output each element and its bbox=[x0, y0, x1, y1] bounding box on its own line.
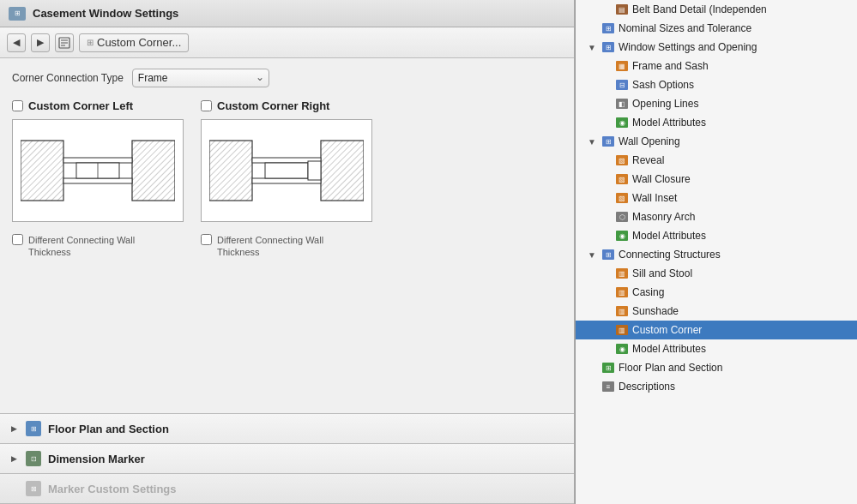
tree-item-floor-plan-section[interactable]: ⊞ Floor Plan and Section bbox=[576, 358, 857, 377]
tree-icon-wall-opening: ⊞ bbox=[601, 135, 615, 148]
right-panel: ▤ Belt Band Detail (Independen ⊞ Nominal… bbox=[575, 0, 857, 504]
right-corner-checkbox-row: Custom Corner Right bbox=[201, 99, 329, 112]
tree-toggle-wall-opening: ▼ bbox=[586, 137, 598, 147]
tree-label-casing: Casing bbox=[632, 286, 664, 298]
svg-text:▥: ▥ bbox=[619, 308, 625, 315]
tree-label-connecting-structures: Connecting Structures bbox=[619, 249, 721, 261]
tree-icon-casing: ▥ bbox=[615, 285, 629, 299]
floor-plan-toggle: ▶ bbox=[9, 423, 19, 434]
tree-icon-descriptions: ≡ bbox=[601, 380, 615, 393]
tree-label-masonry-arch: Masonry Arch bbox=[632, 211, 695, 223]
right-diff-thickness-row: Different Connecting Wall Thickness bbox=[201, 234, 363, 259]
right-corner-diagram bbox=[201, 119, 372, 222]
tree-icon-window-settings: ⊞ bbox=[601, 40, 615, 54]
svg-text:▥: ▥ bbox=[619, 289, 625, 297]
svg-text:▥: ▥ bbox=[619, 327, 625, 334]
right-corner-option: Custom Corner Right bbox=[201, 99, 372, 259]
svg-text:⊞: ⊞ bbox=[606, 364, 612, 372]
tree-item-reveal[interactable]: ▧ Reveal bbox=[576, 151, 857, 170]
tree-item-casing[interactable]: ▥ Casing bbox=[576, 283, 857, 302]
tree-label-sill-and-stool: Sill and Stool bbox=[632, 267, 692, 279]
svg-text:⊟: ⊟ bbox=[619, 81, 625, 89]
tree-label-nominal-sizes: Nominal Sizes and Tolerance bbox=[619, 22, 751, 34]
tree-item-connecting-structures[interactable]: ▼ ⊞ Connecting Structures bbox=[576, 245, 857, 264]
corner-connection-dropdown-wrapper: Frame Other bbox=[132, 69, 269, 87]
tree-icon-sunshade: ▥ bbox=[615, 304, 629, 318]
tree-toggle-window-settings: ▼ bbox=[586, 43, 598, 52]
svg-text:⊞: ⊞ bbox=[606, 138, 612, 146]
tree-icon-floor-plan-section: ⊞ bbox=[601, 361, 615, 375]
svg-text:⬡: ⬡ bbox=[619, 213, 625, 221]
right-corner-checkbox[interactable] bbox=[201, 100, 212, 111]
svg-text:▧: ▧ bbox=[619, 157, 625, 165]
tree-item-descriptions[interactable]: ≡ Descriptions bbox=[576, 377, 857, 396]
svg-text:▦: ▦ bbox=[619, 63, 625, 70]
right-corner-label: Custom Corner Right bbox=[217, 99, 329, 112]
tree-item-wall-closure[interactable]: ▧ Wall Closure bbox=[576, 170, 857, 189]
dimension-toggle: ▶ bbox=[9, 453, 19, 464]
marker-toggle bbox=[9, 483, 19, 494]
tree-icon-model-attrs-3: ◉ bbox=[615, 342, 629, 356]
title-bar: ⊞ Casement Window Settings bbox=[0, 0, 574, 27]
tree-label-model-attrs-3: Model Attributes bbox=[632, 343, 706, 355]
nav-bar: ◀ ▶ ⊞ Custom Corner... bbox=[0, 27, 574, 58]
dimension-label: Dimension Marker bbox=[48, 453, 145, 465]
tree-label-floor-plan-section: Floor Plan and Section bbox=[619, 362, 722, 374]
tree-container: ▤ Belt Band Detail (Independen ⊞ Nominal… bbox=[576, 0, 857, 396]
tree-label-reveal: Reveal bbox=[632, 154, 664, 166]
left-panel: ⊞ Casement Window Settings ◀ ▶ ⊞ Custom … bbox=[0, 0, 575, 504]
tree-label-opening-lines: Opening Lines bbox=[632, 98, 698, 110]
right-diff-thickness-checkbox[interactable] bbox=[201, 234, 212, 245]
tree-icon-belt-band: ▤ bbox=[615, 3, 629, 16]
tree-item-custom-corner[interactable]: ▥ Custom Corner bbox=[576, 321, 857, 339]
svg-text:◧: ◧ bbox=[619, 100, 625, 108]
tree-icon-model-attrs-1: ◉ bbox=[615, 116, 629, 129]
svg-rect-17 bbox=[308, 161, 321, 180]
tree-item-nominal-sizes[interactable]: ⊞ Nominal Sizes and Tolerance bbox=[576, 19, 857, 38]
left-corner-checkbox-row: Custom Corner Left bbox=[12, 99, 133, 112]
tree-item-frame-and-sash[interactable]: ▦ Frame and Sash bbox=[576, 57, 857, 75]
tree-icon-sash-options: ⊟ bbox=[615, 78, 629, 92]
svg-text:⊞: ⊞ bbox=[606, 251, 612, 259]
tree-item-window-settings[interactable]: ▼ ⊞ Window Settings and Opening bbox=[576, 38, 857, 57]
tree-item-opening-lines[interactable]: ◧ Opening Lines bbox=[576, 94, 857, 113]
nav-edit-button[interactable] bbox=[55, 33, 74, 52]
tree-item-belt-band[interactable]: ▤ Belt Band Detail (Independen bbox=[576, 0, 857, 19]
tree-label-wall-closure: Wall Closure bbox=[632, 173, 691, 185]
dimension-marker-item[interactable]: ▶ ⊡ Dimension Marker bbox=[0, 444, 574, 474]
tree-item-sill-and-stool[interactable]: ▥ Sill and Stool bbox=[576, 264, 857, 283]
left-diff-thickness-row: Different Connecting Wall Thickness bbox=[12, 234, 174, 259]
nav-back-button[interactable]: ◀ bbox=[7, 33, 26, 52]
tree-item-masonry-arch[interactable]: ⬡ Masonry Arch bbox=[576, 207, 857, 226]
tree-item-sash-options[interactable]: ⊟ Sash Options bbox=[576, 75, 857, 94]
tree-icon-opening-lines: ◧ bbox=[615, 97, 629, 111]
corner-connection-select[interactable]: Frame Other bbox=[132, 69, 269, 87]
tree-label-custom-corner: Custom Corner bbox=[632, 324, 702, 336]
tree-item-model-attrs-2[interactable]: ◉ Model Attributes bbox=[576, 226, 857, 245]
tree-item-wall-inset[interactable]: ▧ Wall Inset bbox=[576, 189, 857, 207]
tree-item-model-attrs-3[interactable]: ◉ Model Attributes bbox=[576, 339, 857, 358]
nav-label-text: Custom Corner... bbox=[97, 36, 181, 49]
tree-item-wall-opening[interactable]: ▼ ⊞ Wall Opening bbox=[576, 132, 857, 151]
left-corner-checkbox[interactable] bbox=[12, 100, 23, 111]
svg-rect-6 bbox=[132, 141, 175, 201]
svg-rect-16 bbox=[265, 163, 308, 178]
left-corner-option: Custom Corner Left bbox=[12, 99, 184, 259]
left-diff-thickness-checkbox[interactable] bbox=[12, 234, 23, 245]
marker-label: Marker Custom Settings bbox=[48, 483, 177, 495]
floor-plan-item[interactable]: ▶ ⊞ Floor Plan and Section bbox=[0, 414, 574, 444]
title-icon: ⊞ bbox=[9, 7, 26, 21]
svg-text:◉: ◉ bbox=[619, 119, 625, 127]
marker-icon: ⊠ bbox=[26, 481, 41, 496]
tree-item-sunshade[interactable]: ▥ Sunshade bbox=[576, 302, 857, 321]
tree-icon-nominal-sizes: ⊞ bbox=[601, 21, 615, 35]
svg-text:◉: ◉ bbox=[619, 345, 625, 353]
dimension-icon: ⊡ bbox=[26, 451, 41, 466]
svg-text:◉: ◉ bbox=[619, 232, 625, 240]
tree-icon-wall-inset: ▧ bbox=[615, 191, 629, 205]
floor-plan-icon: ⊞ bbox=[26, 421, 41, 436]
nav-forward-button[interactable]: ▶ bbox=[31, 33, 50, 52]
svg-text:▤: ▤ bbox=[619, 6, 625, 14]
tree-item-model-attrs-1[interactable]: ◉ Model Attributes bbox=[576, 113, 857, 132]
left-diff-thickness-label: Different Connecting Wall Thickness bbox=[28, 234, 174, 259]
